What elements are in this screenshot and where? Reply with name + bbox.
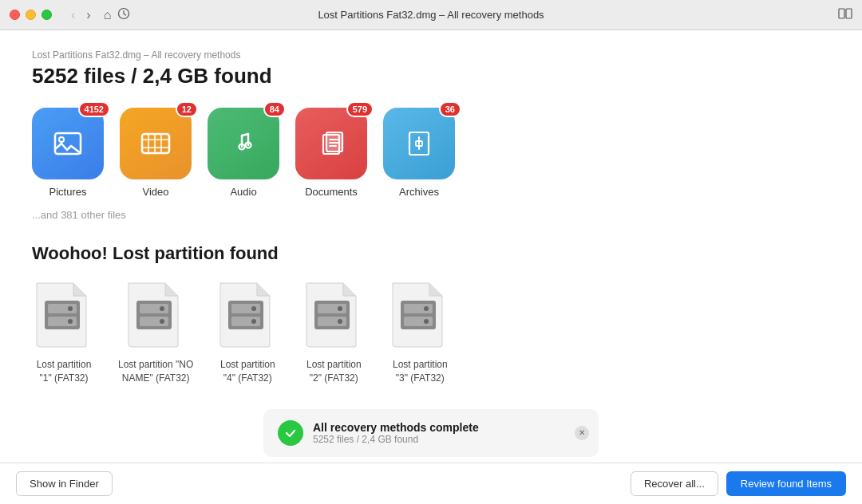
documents-badge: 579: [346, 101, 374, 117]
svg-point-30: [160, 319, 164, 324]
partition-2-label: Lost partition "2" (FAT32): [306, 358, 362, 385]
svg-point-34: [251, 306, 256, 311]
history-button[interactable]: [117, 7, 130, 23]
other-files-text: ...and 381 other files: [32, 209, 830, 221]
fullscreen-button[interactable]: [42, 10, 52, 20]
banner-title: All recovery methods complete: [313, 421, 479, 434]
traffic-lights: [10, 10, 52, 20]
audio-badge: 84: [263, 101, 286, 117]
pictures-icon: [50, 126, 85, 161]
documents-label: Documents: [305, 186, 358, 198]
partition-noname-icon: [124, 280, 188, 352]
categories-row: 4152 Pictures 12 Video: [32, 108, 830, 198]
pictures-icon-bg: 4152: [32, 108, 104, 179]
partition-1[interactable]: Lost partition "1" (FAT32): [32, 280, 96, 385]
partition-4[interactable]: Lost partition "4" (FAT32): [216, 280, 279, 385]
nav-buttons: ‹ ›: [66, 6, 96, 24]
partition-doc-icon-5: [388, 280, 449, 348]
svg-point-29: [160, 306, 164, 311]
archives-icon-bg: 36: [383, 108, 455, 179]
partition-1-icon: [32, 280, 96, 352]
main-content: Lost Partitions Fat32.dmg – All recovery…: [0, 30, 862, 504]
breadcrumb: Lost Partitions Fat32.dmg – All recovery…: [32, 49, 830, 61]
svg-rect-14: [326, 132, 342, 152]
partition-4-icon: [216, 280, 279, 352]
archives-icon: [401, 126, 437, 161]
forward-button[interactable]: ›: [81, 6, 95, 24]
partition-section-title: Woohoo! Lost partition found: [32, 243, 830, 264]
video-icon: [138, 126, 173, 161]
book-icon: [838, 8, 852, 19]
partition-3-label: Lost partition "3" (FAT32): [393, 358, 448, 385]
window-title: Lost Partitions Fat32.dmg – All recovery…: [318, 9, 544, 21]
audio-icon: [226, 126, 261, 161]
svg-point-24: [68, 306, 73, 311]
partition-doc-icon-2: [124, 280, 184, 348]
titlebar: ‹ › ⌂ Lost Partitions Fat32.dmg – All re…: [0, 0, 862, 30]
svg-point-4: [59, 137, 64, 142]
partition-noname[interactable]: Lost partition "NO NAME" (FAT32): [118, 280, 193, 385]
svg-point-44: [424, 306, 429, 311]
partition-2-icon: [302, 280, 366, 352]
reader-icon[interactable]: [838, 8, 852, 22]
success-icon: [278, 420, 303, 446]
partition-doc-icon: [32, 280, 93, 348]
category-video[interactable]: 12 Video: [120, 108, 192, 198]
recover-all-button[interactable]: Recover all...: [631, 471, 718, 496]
category-archives[interactable]: 36 Archives: [383, 108, 455, 198]
home-button[interactable]: ⌂: [104, 8, 112, 22]
svg-point-35: [251, 319, 256, 324]
partition-3[interactable]: Lost partition "3" (FAT32): [388, 280, 452, 385]
partition-3-icon: [388, 280, 452, 352]
partition-doc-icon-3: [216, 280, 276, 348]
banner-close-button[interactable]: ✕: [575, 426, 589, 440]
banner-subtitle: 5252 files / 2,4 GB found: [313, 434, 479, 445]
pictures-badge: 4152: [78, 101, 110, 117]
back-button[interactable]: ‹: [66, 6, 80, 24]
checkmark-icon: [283, 426, 298, 440]
clock-icon: [117, 7, 130, 20]
svg-rect-1: [839, 9, 844, 18]
close-button[interactable]: [10, 10, 20, 20]
partition-noname-label: Lost partition "NO NAME" (FAT32): [118, 358, 193, 385]
partition-1-label: Lost partition "1" (FAT32): [37, 358, 92, 385]
audio-label: Audio: [230, 186, 256, 198]
partition-2[interactable]: Lost partition "2" (FAT32): [302, 280, 366, 385]
category-pictures[interactable]: 4152 Pictures: [32, 108, 104, 198]
svg-point-45: [424, 319, 429, 324]
archives-label: Archives: [399, 186, 439, 198]
svg-rect-5: [142, 134, 169, 153]
audio-icon-bg: 84: [208, 108, 279, 179]
partitions-row: Lost partition "1" (FAT32) Lost partitio…: [32, 280, 830, 385]
video-badge: 12: [176, 101, 198, 117]
svg-rect-2: [846, 9, 852, 18]
right-buttons: Recover all... Review found Items: [631, 471, 846, 496]
recovery-banner: All recovery methods complete 5252 files…: [263, 409, 599, 457]
partition-doc-icon-4: [302, 280, 362, 348]
video-label: Video: [142, 186, 168, 198]
main-title: 5252 files / 2,4 GB found: [32, 64, 830, 89]
show-in-finder-button[interactable]: Show in Finder: [16, 471, 113, 496]
svg-point-25: [68, 319, 73, 324]
category-documents[interactable]: 579 Documents: [295, 108, 367, 198]
pictures-label: Pictures: [49, 186, 87, 198]
review-found-items-button[interactable]: Review found Items: [726, 471, 846, 496]
banner-text: All recovery methods complete 5252 files…: [313, 421, 479, 445]
video-icon-bg: 12: [120, 108, 192, 179]
documents-icon: [314, 126, 349, 161]
bottom-bar: Show in Finder Recover all... Review fou…: [0, 463, 862, 504]
svg-point-40: [338, 319, 342, 324]
svg-point-39: [338, 306, 342, 311]
minimize-button[interactable]: [26, 10, 36, 20]
partition-4-label: Lost partition "4" (FAT32): [220, 358, 275, 385]
category-audio[interactable]: 84 Audio: [208, 108, 279, 198]
archives-badge: 36: [439, 101, 461, 117]
documents-icon-bg: 579: [295, 108, 367, 179]
